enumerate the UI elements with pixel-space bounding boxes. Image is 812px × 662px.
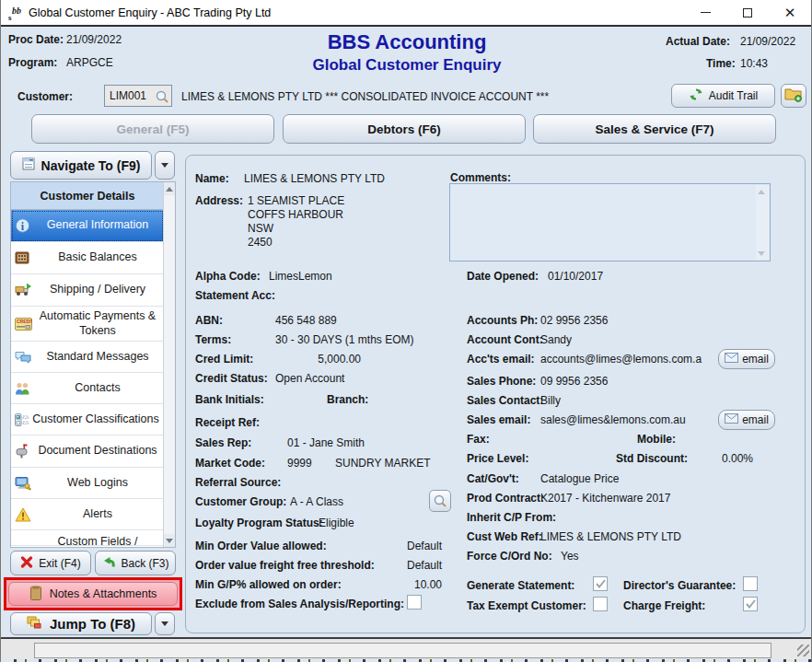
- scroll-up-icon[interactable]: [756, 185, 767, 198]
- name-label: Name:: [195, 172, 229, 185]
- svg-text:CREDIT: CREDIT: [17, 319, 32, 324]
- navigate-to-dropdown[interactable]: [155, 151, 175, 180]
- sales-email-value: sales@limes&lemons.com.au: [540, 413, 715, 426]
- scroll-down-icon[interactable]: [164, 534, 175, 547]
- tab-sales-service[interactable]: Sales & Service (F7): [533, 114, 776, 144]
- sidebar-item-basic-balances[interactable]: Basic Balances: [11, 242, 164, 274]
- jump-to-dropdown[interactable]: [155, 612, 175, 635]
- minimize-button[interactable]: [684, 0, 726, 25]
- tax-exempt-label: Tax Exempt Customer:: [467, 599, 586, 612]
- customer-code-value: LIM001: [110, 89, 146, 102]
- cat-govt-label: Cat/Gov't:: [467, 472, 519, 485]
- resize-grip[interactable]: [797, 645, 809, 656]
- price-level-label: Price Level:: [467, 452, 528, 465]
- comments-label: Comments:: [450, 171, 511, 184]
- abacus-icon: [15, 250, 29, 265]
- folder-add-icon: [784, 87, 803, 105]
- sidebar-item-alerts[interactable]: Alerts: [11, 499, 164, 530]
- accounts-ph-label: Accounts Ph:: [467, 314, 538, 327]
- sidebar-item-label: Document Destinations: [38, 444, 157, 459]
- cust-web-ref-label: Cust Web Ref:: [467, 530, 542, 543]
- tab-general[interactable]: General (F5): [31, 114, 274, 144]
- statement-acc-label: Statement Acc:: [195, 289, 275, 302]
- sales-rep-value: 01 - Jane Smith: [287, 436, 365, 449]
- freight-threshold-value: Default: [370, 559, 442, 572]
- sidebar-list: Customer Details i General Information B…: [10, 181, 176, 548]
- time-value: 10:43: [740, 57, 768, 70]
- actual-date-value: 21/09/2022: [740, 35, 795, 48]
- minimize-icon: [701, 12, 711, 13]
- sidebar-item-automatic-payments[interactable]: CREDIT Automatic Payments & Tokens: [11, 307, 164, 342]
- accts-email-button[interactable]: email: [718, 349, 775, 369]
- navigate-to-button[interactable]: Navigate To (F9): [10, 151, 152, 180]
- sidebar-item-customer-classifications[interactable]: Customer Classifications: [11, 404, 164, 436]
- accounts-ph-value: 02 9956 2356: [540, 314, 608, 327]
- sales-email-button[interactable]: email: [718, 410, 775, 430]
- sidebar-item-shipping-delivery[interactable]: Shipping / Delivery: [11, 274, 164, 307]
- sidebar-item-custom-fields[interactable]: Custom Fields /: [11, 530, 164, 546]
- customer-search-icon[interactable]: [155, 89, 169, 107]
- customer-group-label: Customer Group:: [195, 495, 286, 508]
- sidebar-item-label: Custom Fields /: [58, 535, 138, 546]
- sales-rep-label: Sales Rep:: [195, 436, 251, 449]
- min-order-value: Default: [370, 540, 442, 552]
- sidebar-item-contacts[interactable]: Contacts: [11, 373, 164, 404]
- customer-code-input[interactable]: LIM001: [104, 85, 172, 107]
- jump-to-button[interactable]: Jump To (F8): [10, 612, 152, 635]
- add-folder-button[interactable]: [781, 84, 806, 108]
- market-code-value: 9999: [287, 457, 312, 470]
- exit-button[interactable]: Exit (F4): [10, 551, 91, 575]
- general-information-panel: Name: LIMES & LEMONS PTY LTD Address: 1 …: [185, 155, 806, 633]
- name-value: LIMES & LEMONS PTY LTD: [244, 172, 385, 185]
- directors-guarantee-checkbox[interactable]: [743, 576, 758, 591]
- sidebar-item-document-destinations[interactable]: Document Destinations: [11, 436, 164, 468]
- maximize-button[interactable]: [726, 0, 769, 25]
- exclude-sales-checkbox[interactable]: [407, 595, 422, 610]
- tab-debtors[interactable]: Debtors (F6): [283, 114, 526, 144]
- people-icon: [15, 381, 30, 395]
- std-discount-label: Std Discount:: [616, 452, 688, 465]
- back-button[interactable]: Back (F3): [95, 551, 176, 575]
- terms-value: 30 - 30 DAYS (1 mths EOM): [275, 333, 414, 346]
- address-line: COFFS HARBOUR: [248, 208, 343, 221]
- sidebar-item-label: Contacts: [75, 381, 120, 396]
- directors-guarantee-label: Director's Guarantee:: [623, 579, 736, 592]
- navigate-form-icon: [22, 157, 36, 174]
- alpha-code-label: Alpha Code:: [195, 270, 261, 283]
- close-icon: ✕: [784, 6, 796, 19]
- tax-exempt-checkbox[interactable]: [593, 597, 608, 611]
- sidebar-item-web-logins[interactable]: Web Logins: [11, 468, 164, 499]
- charge-freight-checkbox[interactable]: [743, 597, 758, 611]
- sales-email-label: Sales email:: [467, 413, 530, 426]
- sidebar-item-standard-messages[interactable]: Standard Messages: [11, 342, 164, 373]
- branch-label: Branch:: [327, 393, 368, 406]
- abn-label: ABN:: [195, 314, 223, 327]
- scroll-down-icon[interactable]: [756, 247, 767, 260]
- comments-scrollbar[interactable]: [756, 185, 769, 260]
- close-button[interactable]: ✕: [769, 0, 811, 25]
- generate-statement-checkbox[interactable]: [593, 576, 608, 591]
- comments-box[interactable]: [449, 183, 771, 261]
- customer-group-search-button[interactable]: [429, 490, 451, 512]
- sidebar-section-header: Customer Details: [11, 182, 164, 210]
- date-opened-value: 01/10/2017: [548, 270, 603, 283]
- scroll-up-icon[interactable]: [164, 182, 175, 195]
- notes-attachments-label: Notes & Attachments: [50, 587, 157, 600]
- info-icon: i: [15, 218, 30, 234]
- exit-x-icon: [20, 556, 33, 571]
- account-cont-value: Sandy: [540, 333, 572, 346]
- search-icon: [433, 494, 447, 508]
- address-label: Address:: [195, 194, 243, 207]
- jump-to-label: Jump To (F8): [50, 616, 135, 632]
- sidebar-scrollbar[interactable]: [163, 182, 175, 547]
- status-message-field: [34, 643, 771, 658]
- loyalty-status-label: Loyalty Program Status:: [195, 517, 323, 529]
- accts-email-value: accounts@limes@lemons.com.a: [540, 353, 719, 366]
- force-cord-label: Force C/Ord No:: [467, 550, 552, 563]
- market-code-desc: SUNDRY MARKET: [335, 457, 431, 470]
- chevron-down-icon: [161, 621, 168, 626]
- sidebar-item-general-information[interactable]: i General Information: [11, 210, 164, 242]
- notes-attachments-button[interactable]: Notes & Attachments: [8, 582, 178, 606]
- audit-trail-button[interactable]: Audit Trail: [671, 84, 775, 108]
- audit-trail-label: Audit Trail: [709, 89, 758, 102]
